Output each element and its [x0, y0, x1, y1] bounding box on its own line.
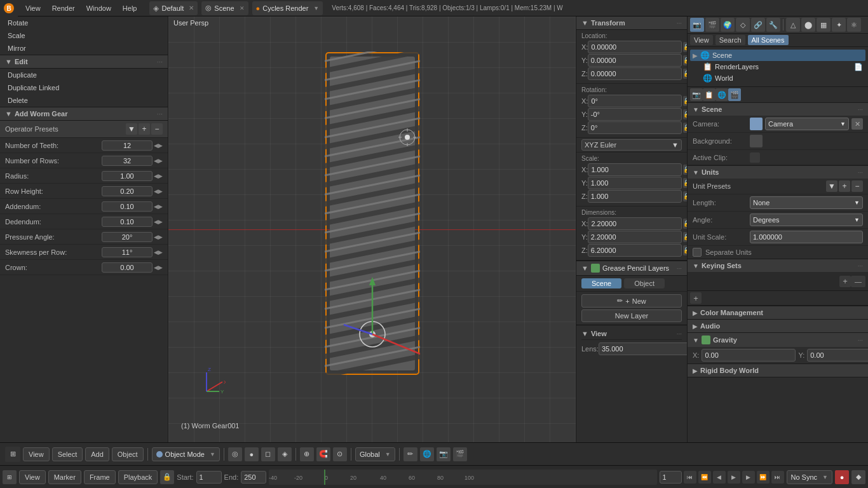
rotate-item[interactable]: Rotate — [0, 17, 168, 29]
loc-y-input[interactable] — [588, 54, 682, 67]
transform-orientation[interactable]: Global ▼ — [355, 447, 395, 461]
unit-presets-dropdown[interactable]: ▼ — [826, 180, 837, 192]
timeline-keyframe-btn[interactable]: ◆ — [851, 470, 865, 484]
rot-z-input[interactable] — [588, 121, 682, 134]
scale-item[interactable]: Scale — [0, 29, 168, 42]
transform-panel-header[interactable]: ▼ Transform ··· — [576, 17, 687, 30]
fr-render-icon[interactable]: 📷 — [690, 18, 704, 32]
delete-item[interactable]: Delete — [0, 94, 168, 107]
timeline-icon[interactable]: ⊞ — [3, 470, 17, 484]
scene-selector[interactable]: ◎ Scene ✕ — [201, 1, 248, 15]
play-btn[interactable]: ▶ — [728, 471, 740, 484]
param-rows-value[interactable]: 32 — [102, 156, 153, 166]
render-menu[interactable]: Render — [47, 3, 80, 13]
all-scenes-btn[interactable]: All Scenes — [748, 35, 789, 45]
clip-swatch[interactable] — [750, 152, 760, 163]
param-addendum-value[interactable]: 0.10 — [102, 201, 153, 212]
prop-icon-1[interactable]: 📷 — [690, 88, 703, 101]
mode-selector[interactable]: Object Mode ▼ — [152, 447, 220, 461]
jump-end-btn[interactable]: ⏭ — [771, 471, 784, 484]
viewport-render-btn[interactable]: ◈ — [278, 447, 292, 461]
view-header[interactable]: ▼ View ··· — [581, 328, 682, 340]
rigid-body-header[interactable]: ▶ Rigid Body World — [688, 364, 868, 377]
jump-start-btn[interactable]: ⏮ — [684, 471, 696, 484]
end-input[interactable] — [241, 471, 266, 484]
rot-x-input[interactable] — [588, 95, 682, 107]
scene-btn[interactable]: 🌐 — [420, 447, 434, 461]
keying-add-btn[interactable]: + — [839, 276, 851, 287]
add-btn[interactable]: Add — [85, 447, 109, 461]
anim-btn[interactable]: 🎬 — [453, 447, 467, 461]
prop-icon-2[interactable]: 📋 — [703, 88, 715, 101]
scene-expand[interactable]: ✕ — [240, 5, 245, 11]
snap-btn[interactable]: 🧲 — [316, 447, 330, 461]
grease-tab-object[interactable]: Object — [624, 278, 665, 288]
param-skewness-value[interactable]: 11° — [102, 247, 153, 257]
scale-x-input[interactable] — [588, 163, 682, 176]
workspace-selector[interactable]: ◈ Default ✕ — [149, 1, 198, 15]
grease-header[interactable]: ▼ Grease Pencil Layers ··· — [576, 261, 687, 276]
file-menu[interactable]: View — [20, 3, 46, 13]
proportional-btn[interactable]: ⊙ — [333, 447, 347, 461]
camera-swatch[interactable] — [750, 118, 763, 130]
render-engine-selector[interactable]: ● Cycles Render ▼ — [252, 1, 323, 15]
fr-constraint-icon[interactable]: 🔗 — [751, 18, 765, 32]
duplicate-item[interactable]: Duplicate — [0, 69, 168, 81]
help-menu[interactable]: Help — [118, 3, 142, 13]
fr-texture-icon[interactable]: ▦ — [817, 18, 831, 32]
param-dedendum-value[interactable]: 0.10 — [102, 217, 153, 227]
scene-tree-scene[interactable]: ▶ 🌐 Scene — [690, 50, 865, 61]
timeline-marker-btn[interactable]: Marker — [48, 470, 81, 484]
btbar-icon-1[interactable]: ⊞ — [5, 447, 20, 462]
param-crown-value[interactable]: 0.00 — [102, 262, 153, 273]
prev-frame-btn[interactable]: ◀ — [713, 471, 726, 484]
unit-presets-remove[interactable]: − — [851, 180, 863, 192]
select-btn[interactable]: Select — [52, 447, 83, 461]
prev-keyframe-btn[interactable]: ⏪ — [698, 471, 711, 484]
separate-units-checkbox[interactable] — [693, 248, 702, 257]
prop-icon-4[interactable]: 🎬 — [728, 88, 741, 101]
sync-selector[interactable]: No Sync ▼ — [787, 470, 833, 484]
viewport[interactable]: User Persp X Y Z (1) Worm Gear001 — [168, 17, 576, 442]
fr-material-icon[interactable]: ⬤ — [801, 18, 815, 32]
fr-object-icon[interactable]: ◇ — [736, 18, 750, 32]
loc-z-input[interactable] — [588, 67, 682, 80]
scale-y-input[interactable] — [588, 177, 682, 189]
gravity-y-input[interactable] — [807, 349, 868, 362]
render-btn2[interactable]: 📷 — [437, 447, 451, 461]
keying-plus[interactable]: + — [690, 292, 702, 304]
mirror-item[interactable]: Mirror — [0, 42, 168, 55]
blender-logo[interactable]: B — [0, 0, 18, 17]
lens-input[interactable] — [599, 342, 687, 355]
preset-add[interactable]: + — [139, 123, 150, 135]
unit-scale-input[interactable] — [750, 231, 863, 243]
scene-tree-renderlayers[interactable]: 📋 RenderLayers 📄 — [690, 61, 865, 72]
param-teeth-value[interactable]: 12 — [102, 140, 153, 151]
gpencil-btn[interactable]: ✏ — [403, 447, 417, 461]
fr-modifier-icon[interactable]: 🔧 — [766, 18, 780, 32]
dim-x-input[interactable] — [588, 217, 682, 230]
rot-y-input[interactable] — [588, 108, 682, 121]
gravity-x-input[interactable] — [702, 349, 796, 362]
timeline-lock-btn[interactable]: 🔒 — [160, 470, 174, 484]
keying-minus-btn[interactable]: — — [851, 276, 865, 287]
length-dropdown[interactable]: None ▼ — [750, 196, 863, 209]
rotation-mode-btn[interactable]: XYZ Euler ▼ — [581, 139, 682, 151]
add-worm-gear-header[interactable]: ▼ Add Worm Gear ··· — [0, 107, 168, 121]
dim-z-input[interactable] — [588, 244, 682, 257]
view-btn[interactable]: View — [690, 35, 713, 45]
fr-physics-icon[interactable]: ⚛ — [847, 18, 861, 32]
gravity-header[interactable]: ▼ Gravity ··· — [688, 333, 868, 347]
camera-x-btn[interactable]: ✕ — [851, 118, 863, 130]
timeline-record-btn[interactable]: ● — [835, 470, 849, 484]
dim-y-input[interactable] — [588, 231, 682, 243]
grease-new-layer-btn[interactable]: New Layer — [581, 309, 682, 322]
timeline-playback-btn[interactable]: Playback — [118, 470, 158, 484]
fr-world-icon[interactable]: 🌍 — [721, 18, 735, 32]
scene-tree-world[interactable]: 🌐 World — [690, 72, 865, 84]
grease-new-btn[interactable]: ✏ + New — [581, 294, 682, 308]
timeline-ruler[interactable]: -40 -20 0 20 40 60 80 100 — [269, 470, 656, 485]
param-row-height-value[interactable]: 0.20 — [102, 186, 153, 196]
fr-particle-icon[interactable]: ✦ — [832, 18, 846, 32]
keying-sets-header[interactable]: ▼ Keying Sets ··· — [688, 259, 868, 272]
